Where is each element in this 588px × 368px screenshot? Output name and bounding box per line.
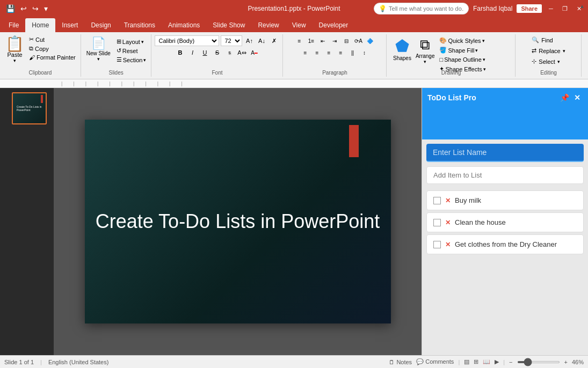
add-item-input[interactable] (433, 171, 577, 179)
font-color-btn[interactable]: A▬ (249, 47, 259, 58)
arrange-icon: ⧉ (420, 36, 430, 53)
char-spacing-btn[interactable]: A⇔ (236, 47, 247, 58)
restore-btn[interactable]: ❐ (560, 4, 570, 13)
quick-styles-button[interactable]: 🎨 Quick Styles ▾ (438, 36, 487, 45)
slide-title[interactable]: Create To-Do Lists in PowerPoint (85, 200, 391, 244)
paste-button[interactable]: 📋 Paste ▾ (3, 35, 26, 64)
todo-pin-btn[interactable]: 📌 (559, 92, 570, 103)
undo-btn[interactable]: ↩ (19, 3, 28, 14)
bullets-button[interactable]: ≡ (294, 35, 304, 46)
decrease-indent-btn[interactable]: ⇤ (317, 35, 328, 46)
shadow-button[interactable]: s (224, 47, 235, 58)
zoom-slider[interactable] (517, 361, 560, 363)
customize-btn[interactable]: ▾ (42, 3, 49, 14)
view-slide-show-btn[interactable]: ▶ (495, 358, 499, 365)
col-btn[interactable]: || (347, 47, 358, 58)
tell-me-input[interactable] (389, 5, 464, 12)
clipboard-small-buttons: ✂ Cut ⧉ Copy 🖌 Format Painter (27, 35, 77, 64)
paste-dropdown-icon[interactable]: ▾ (13, 58, 16, 63)
reset-icon: ↺ (117, 47, 121, 54)
tab-slideshow[interactable]: Slide Show (206, 18, 251, 32)
comments-btn[interactable]: 💬 Comments (416, 358, 454, 365)
cut-icon: ✂ (29, 36, 34, 43)
replace-button[interactable]: ⇄ Replace ▾ (529, 46, 567, 55)
zoom-in-btn[interactable]: + (564, 359, 568, 365)
zoom-out-btn[interactable]: − (509, 359, 512, 365)
tab-file[interactable]: File (2, 18, 25, 32)
tab-developer[interactable]: Developer (313, 18, 355, 32)
numbering-button[interactable]: 1≡ (306, 35, 316, 46)
todo-add-item-area[interactable] (426, 166, 584, 184)
new-slide-dropdown[interactable]: ▾ (97, 56, 100, 62)
redo-btn[interactable]: ↪ (31, 3, 40, 14)
share-button[interactable]: Share (517, 4, 542, 13)
justify-btn[interactable]: ≡ (335, 47, 346, 58)
todo-item-delete[interactable]: ✕ (445, 219, 451, 226)
format-painter-button[interactable]: 🖌 Format Painter (27, 54, 77, 61)
arrange-button[interactable]: ⧉ Arrange ▾ (415, 35, 436, 65)
canvas-area[interactable]: Create To-Do Lists in PowerPoint (54, 88, 422, 355)
text-dir-btn[interactable]: ⟳A (353, 35, 364, 46)
clear-format-btn[interactable]: ✗ (268, 35, 279, 46)
todo-item-checkbox[interactable] (433, 197, 441, 204)
shapes-button[interactable]: ⬟ Shapes (392, 35, 412, 62)
col-layout-btn[interactable]: ⊟ (341, 35, 352, 46)
section-button[interactable]: ☰ Section ▾ (115, 56, 148, 64)
todo-title-buttons: 📌 ✕ (559, 92, 583, 103)
increase-font-btn[interactable]: A↑ (244, 35, 255, 46)
todo-item-checkbox[interactable] (433, 219, 441, 226)
todo-title-text: ToDo List Pro (427, 93, 476, 102)
todo-titlebar: ToDo List Pro 📌 ✕ (422, 88, 588, 107)
todo-list-item: ✕ Clean the house (426, 212, 584, 232)
view-slide-sorter-btn[interactable]: ⊞ (474, 358, 478, 365)
tab-home[interactable]: Home (25, 18, 55, 32)
convert-smartart-btn[interactable]: 🔷 (365, 35, 375, 46)
font-name-select[interactable]: Calibri (Body) (155, 35, 219, 46)
cut-button[interactable]: ✂ Cut (27, 35, 77, 43)
save-btn[interactable]: 💾 (4, 3, 17, 14)
notes-btn[interactable]: 🗒 Notes (389, 359, 412, 365)
list-name-input[interactable] (433, 148, 577, 157)
tab-view[interactable]: View (286, 18, 313, 32)
new-slide-button[interactable]: 📄 New Slide ▾ (84, 35, 113, 64)
slide-canvas[interactable]: Create To-Do Lists in PowerPoint (85, 120, 391, 323)
align-left-btn[interactable]: ≡ (300, 47, 310, 58)
tab-insert[interactable]: Insert (55, 18, 84, 32)
todo-panel: ToDo List Pro 📌 ✕ ✕ Buy milk ✕ Clean the… (422, 88, 588, 355)
strikethrough-button[interactable]: S (212, 47, 222, 58)
shape-fill-button[interactable]: 🪣 Shape Fill ▾ (438, 46, 487, 54)
select-button[interactable]: ⊹ Select ▾ (529, 57, 567, 66)
italic-button[interactable]: I (187, 47, 198, 58)
shape-outline-icon: □ (439, 56, 443, 63)
view-normal-btn[interactable]: ▤ (464, 358, 469, 365)
increase-indent-btn[interactable]: ⇥ (329, 35, 340, 46)
todo-item-delete[interactable]: ✕ (445, 197, 451, 204)
decrease-font-btn[interactable]: A↓ (256, 35, 267, 46)
minimize-btn[interactable]: ─ (546, 4, 556, 13)
align-right-btn[interactable]: ≡ (323, 47, 334, 58)
reset-button[interactable]: ↺ Reset (115, 47, 148, 55)
layout-button[interactable]: ⊞ Layout ▾ (115, 38, 148, 46)
tab-transitions[interactable]: Transitions (118, 18, 162, 32)
tab-design[interactable]: Design (84, 18, 117, 32)
font-size-select[interactable]: 72 (221, 35, 242, 46)
tell-me-box[interactable]: 💡 (374, 3, 469, 14)
todo-item-delete[interactable]: ✕ (445, 241, 451, 248)
tab-review[interactable]: Review (251, 18, 285, 32)
shape-outline-button[interactable]: □ Shape Outline ▾ (438, 56, 487, 63)
find-button[interactable]: 🔍 Find (529, 35, 567, 45)
align-center-btn[interactable]: ≡ (311, 47, 322, 58)
todo-list-name-area[interactable] (426, 144, 584, 162)
view-reading-btn[interactable]: 📖 (483, 358, 490, 365)
ribbon-group-drawing: ⬟ Shapes ⧉ Arrange ▾ 🎨 Quick Styles ▾ 🪣 (387, 34, 516, 77)
todo-item-checkbox[interactable] (433, 241, 441, 248)
underline-button[interactable]: U (199, 47, 210, 58)
slide-red-accent (349, 125, 359, 157)
tab-animations[interactable]: Animations (162, 18, 206, 32)
copy-button[interactable]: ⧉ Copy (27, 45, 77, 53)
line-spacing-btn[interactable]: ↕ (359, 47, 369, 58)
bold-button[interactable]: B (175, 47, 185, 58)
slide-thumbnail[interactable]: Create To-Do Lists in PowerPoint (12, 92, 47, 124)
ribbon-expand-btn[interactable]: ▲ (578, 2, 586, 10)
todo-close-btn[interactable]: ✕ (572, 92, 583, 103)
